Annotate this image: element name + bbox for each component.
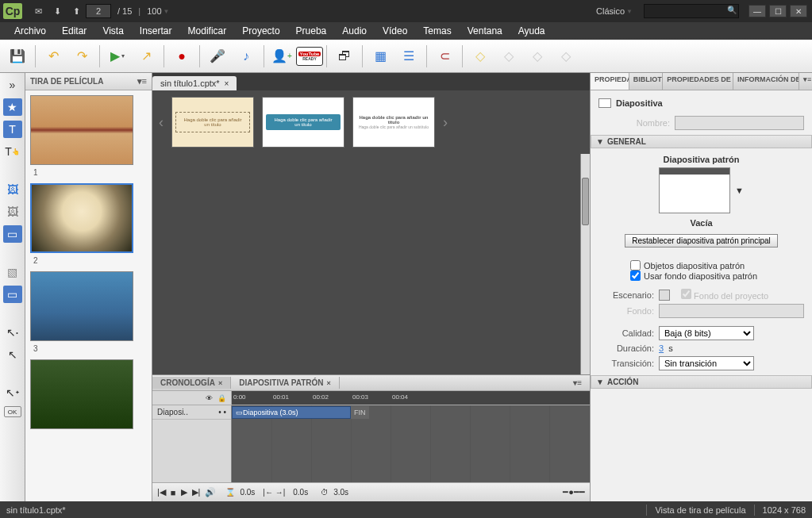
accion-section-header[interactable]: ▼ ACCIÓN	[591, 375, 812, 389]
tab-biblioteca[interactable]: BIBLIOTECA	[629, 73, 664, 90]
close-icon[interactable]: ×	[218, 379, 222, 387]
search-input[interactable]	[644, 4, 739, 18]
image-tool[interactable]: 🖼	[3, 181, 22, 198]
expand-tools-icon[interactable]: »	[3, 76, 22, 94]
youtube-button[interactable]: YouTube READY	[296, 47, 323, 66]
slide-thumb-3[interactable]	[30, 271, 133, 341]
page-number-input[interactable]	[86, 4, 111, 18]
tl-stop-icon[interactable]: ■	[171, 488, 176, 497]
tl-sound-icon[interactable]: 🔊	[205, 487, 216, 497]
picture-tool[interactable]: 🖼	[3, 203, 22, 221]
download-icon[interactable]: ⬇	[50, 4, 64, 18]
canvas-view[interactable]	[152, 154, 590, 374]
panel-menu-icon[interactable]: ▾≡	[799, 73, 812, 90]
template-prev-icon[interactable]: ‹	[159, 114, 164, 131]
menu-prueba[interactable]: Prueba	[288, 25, 335, 36]
timeline-tab-patron[interactable]: DIAPOSITIVA PATRÓN×	[231, 377, 340, 389]
magnet-button[interactable]: ⊂	[432, 44, 457, 69]
panel-menu-icon[interactable]: ▾≡	[137, 76, 147, 86]
save-button[interactable]: 💾	[5, 44, 30, 69]
close-tab-icon[interactable]: ×	[225, 79, 229, 88]
maximize-button[interactable]: ☐	[769, 5, 787, 17]
tl-zoom-slider[interactable]: ━●━━	[563, 487, 585, 497]
filmstrip-scroll[interactable]: 1 2 3	[25, 90, 152, 501]
tab-propiedades-prueba[interactable]: PROPIEDADES DE LAS PRUEB	[663, 73, 733, 90]
template-thumb-2[interactable]: Haga doble clic para añadir un título	[262, 97, 344, 148]
record-button[interactable]: ●	[169, 44, 194, 69]
mail-icon[interactable]: ✉	[31, 4, 45, 18]
slide-thumb-4[interactable]	[30, 359, 133, 429]
master-slide-thumb[interactable]	[659, 167, 730, 213]
menu-modificar[interactable]: Modificar	[180, 25, 235, 36]
tab-propiedades[interactable]: PROPIEDADES	[591, 73, 629, 90]
layer-back-button[interactable]: ◇	[496, 44, 521, 69]
menu-proyecto[interactable]: Proyecto	[234, 25, 287, 36]
usar-fondo-checkbox[interactable]	[630, 271, 641, 281]
star-tool[interactable]: ★	[3, 98, 22, 116]
text-tool[interactable]: T	[3, 121, 22, 138]
slides-button[interactable]: 🗗	[332, 44, 357, 69]
vertical-scrollbar[interactable]	[580, 154, 590, 374]
workspace-selector[interactable]: Clásico ▼	[591, 5, 637, 17]
tl-play-icon[interactable]: ▶	[181, 487, 187, 497]
timeline-ruler[interactable]: 0:00 00:01 00:02 00:03 00:04	[232, 391, 590, 405]
menu-temas[interactable]: Temas	[415, 25, 459, 36]
slide-thumb-1[interactable]	[30, 95, 133, 165]
timeline-menu-icon[interactable]: ▾≡	[565, 377, 590, 389]
play-button[interactable]: ▶▾	[105, 44, 130, 69]
slide-thumb-2[interactable]	[30, 183, 133, 253]
character-button[interactable]: 👤+	[269, 44, 294, 69]
template-thumb-3[interactable]: Haga doble clic para añadir un títuloHag…	[352, 97, 435, 148]
export-button[interactable]: ↗	[133, 44, 159, 69]
zoom-level[interactable]: 100	[147, 6, 161, 16]
menu-audio[interactable]: Audio	[334, 25, 375, 36]
timeline-tracks[interactable]: ▭ Diapositiva (3.0s) FIN	[232, 405, 590, 482]
timeline-clip[interactable]: ▭ Diapositiva (3.0s)	[232, 406, 351, 419]
close-button[interactable]: ✕	[790, 5, 807, 17]
redo-button[interactable]: ↷	[69, 44, 94, 69]
document-tab[interactable]: sin título1.cptx* ×	[152, 76, 237, 90]
layer-forward-button[interactable]: ◇	[468, 44, 493, 69]
shape-tool[interactable]: ▧	[3, 263, 22, 281]
minimize-button[interactable]: —	[749, 5, 766, 17]
nombre-input[interactable]	[675, 116, 804, 130]
menu-ayuda[interactable]: Ayuda	[510, 25, 553, 36]
menu-archivo[interactable]: Archivo	[6, 25, 54, 36]
audio-note-button[interactable]: ♪	[233, 44, 259, 69]
slide-tool[interactable]: ▭	[3, 286, 22, 303]
close-icon[interactable]: ×	[326, 379, 330, 387]
tl-rewind-icon[interactable]: |◀	[157, 487, 166, 497]
reset-master-button[interactable]: Restablecer diapositiva patrón principal	[625, 234, 778, 247]
escenario-color[interactable]	[659, 290, 670, 301]
timeline-tab-cronologia[interactable]: CRONOLOGÍA×	[152, 377, 231, 389]
grid-view-button[interactable]: ▦	[368, 44, 393, 69]
lock-icon[interactable]: 🔒	[217, 394, 226, 402]
calidad-select[interactable]: Baja (8 bits)	[659, 326, 754, 340]
master-dropdown-icon[interactable]: ▼	[735, 186, 744, 195]
visibility-icon[interactable]: 👁	[206, 394, 213, 402]
layer-front-button[interactable]: ◇	[525, 44, 550, 69]
menu-editar[interactable]: Editar	[54, 25, 94, 36]
tab-info-proyecto[interactable]: INFORMACIÓN DEL PROYEC	[733, 73, 799, 90]
template-thumb-1[interactable]: Haga doble clic para añadir un título	[171, 97, 254, 148]
microphone-button[interactable]: 🎤	[205, 44, 230, 69]
general-section-header[interactable]: ▼ GENERAL	[591, 135, 812, 148]
zoom-dropdown-icon[interactable]: ▼	[164, 8, 170, 15]
timeline-layer-row[interactable]: Diaposi.. • •	[152, 405, 231, 420]
upload-icon[interactable]: ⬆	[69, 4, 83, 18]
tl-end-icon[interactable]: ▶|	[192, 487, 201, 497]
pointer-tool[interactable]: ↖	[3, 346, 22, 363]
frame-tool[interactable]: ▭	[3, 225, 22, 243]
objetos-checkbox[interactable]	[630, 260, 641, 271]
menu-ventana[interactable]: Ventana	[460, 25, 510, 36]
menu-insertar[interactable]: Insertar	[132, 25, 180, 36]
layer-behind-button[interactable]: ◇	[553, 44, 579, 69]
ok-button[interactable]: OK	[4, 406, 21, 417]
pointer-click-tool[interactable]: ↖•	[3, 324, 22, 341]
template-next-icon[interactable]: ›	[443, 114, 448, 131]
menu-video[interactable]: Vídeo	[375, 25, 415, 36]
transicion-select[interactable]: Sin transición	[659, 356, 754, 370]
duracion-value[interactable]: 3	[659, 343, 664, 353]
menu-vista[interactable]: Vista	[94, 25, 131, 36]
text-click-tool[interactable]: T👆	[3, 143, 22, 160]
